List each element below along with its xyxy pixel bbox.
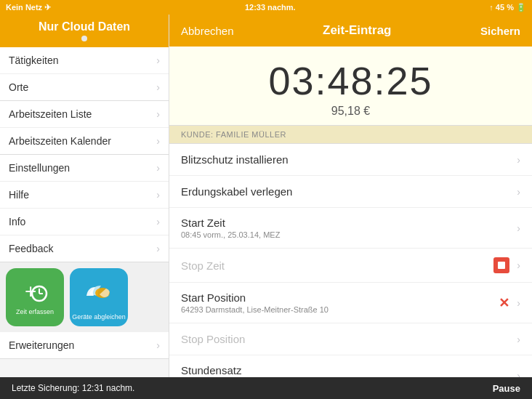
list-item-erdungskabel[interactable]: Erdungskabel verlegen › — [169, 176, 532, 208]
sidebar-item-info[interactable]: Info › — [0, 209, 169, 235]
sidebar-dot — [81, 36, 87, 41]
list-item-start-zeit[interactable]: Start Zeit 08:45 vorm., 25.03.14, MEZ › — [169, 208, 532, 249]
chevron-icon: › — [156, 162, 160, 174]
chevron-icon: › — [156, 55, 160, 66]
list-item-stundensatz[interactable]: Stundensatz 25,00 € › — [169, 355, 532, 377]
sidebar-apps: + Zeit erfassen Geräte abgleichen — [0, 262, 169, 332]
chevron-icon: › — [156, 339, 160, 351]
sidebar: Nur Cloud Daten Tätigkeiten › Orte › Arb… — [0, 15, 169, 377]
chevron-icon: › — [156, 243, 160, 254]
status-bar: Kein Netz ✈ 12:33 nachm. ↑ 45 % 🔋 — [0, 0, 532, 15]
timer-display: 03:48:25 — [169, 58, 532, 103]
customer-bar: KUNDE: FAMILIE MÜLLER — [169, 126, 532, 144]
status-right: ↑ 45 % 🔋 — [489, 3, 526, 12]
chevron-icon: › — [517, 154, 520, 166]
sidebar-item-arbeitszeiten-liste[interactable]: Arbeitszeiten Liste › — [0, 101, 169, 128]
chevron-icon: › — [156, 189, 160, 201]
chevron-icon: › — [517, 186, 520, 198]
sidebar-section-2: Arbeitszeiten Liste › Arbeitszeiten Kale… — [0, 101, 169, 155]
sidebar-section-1: Tätigkeiten › Orte › — [0, 47, 169, 101]
list-item-stop-position[interactable]: Stop Position › — [169, 323, 532, 355]
right-panel: Abbrechen Zeit-Eintrag Sichern 03:48:25 … — [169, 15, 532, 377]
chevron-icon: › — [156, 108, 160, 120]
bottom-bar: Letzte Sicherung: 12:31 nachm. Pause — [0, 377, 532, 399]
timer-section: 03:48:25 95,18 € — [169, 47, 532, 126]
delete-button[interactable]: ✕ — [499, 295, 509, 311]
status-left: Kein Netz ✈ — [6, 3, 51, 12]
nav-bar: Abbrechen Zeit-Eintrag Sichern — [169, 15, 532, 47]
nav-title: Zeit-Eintrag — [323, 23, 391, 38]
chevron-icon: › — [156, 81, 160, 93]
chevron-icon: › — [517, 297, 520, 309]
chevron-icon: › — [156, 216, 160, 227]
list-item-stop-zeit[interactable]: Stop Zeit › — [169, 249, 532, 283]
sidebar-item-einstellungen[interactable]: Einstellungen › — [0, 155, 169, 182]
save-button[interactable]: Sichern — [480, 25, 520, 37]
zeit-icon: + — [22, 279, 48, 305]
list-item-blitzschutz[interactable]: Blitzschutz installieren › — [169, 144, 532, 176]
cancel-button[interactable]: Abbrechen — [181, 25, 234, 37]
list-scroll: Blitzschutz installieren › Erdungskabel … — [169, 144, 532, 377]
sidebar-item-hilfe[interactable]: Hilfe › — [0, 182, 169, 209]
sidebar-header: Nur Cloud Daten — [0, 15, 169, 47]
pause-button[interactable]: Pause — [493, 383, 520, 394]
gerate-icon — [81, 274, 117, 310]
sidebar-item-tatigkeiten[interactable]: Tätigkeiten › — [0, 47, 169, 74]
chevron-icon: › — [517, 222, 520, 234]
app-icon-zeit[interactable]: + Zeit erfassen — [6, 268, 64, 326]
timer-amount: 95,18 € — [169, 105, 532, 118]
sidebar-title: Nur Cloud Daten — [7, 20, 161, 33]
list-item-start-position[interactable]: Start Position 64293 Darmstadt, Lise-Mei… — [169, 283, 532, 323]
chevron-icon: › — [517, 370, 520, 378]
chevron-icon: › — [517, 334, 520, 345]
sidebar-section-3: Einstellungen › Hilfe › Info › Feedback … — [0, 155, 169, 262]
sidebar-item-erweiterungen[interactable]: Erweiterungen › — [0, 332, 169, 358]
sidebar-item-orte[interactable]: Orte › — [0, 74, 169, 100]
status-center: 12:33 nachm. — [245, 3, 296, 12]
chevron-icon: › — [156, 135, 160, 147]
sidebar-item-feedback[interactable]: Feedback › — [0, 235, 169, 262]
stop-button[interactable] — [493, 257, 509, 273]
sidebar-item-arbeitszeiten-kalender[interactable]: Arbeitszeiten Kalender › — [0, 128, 169, 154]
chevron-icon: › — [517, 259, 520, 271]
sidebar-section-4: Erweiterungen › — [0, 332, 169, 359]
app-icon-gerate[interactable]: Geräte abgleichen — [70, 268, 128, 326]
last-save-text: Letzte Sicherung: 12:31 nachm. — [12, 383, 134, 393]
